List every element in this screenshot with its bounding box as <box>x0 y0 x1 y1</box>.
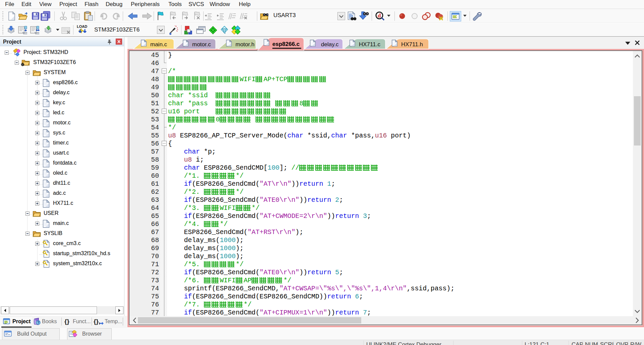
svg-text:HX711.h: HX711.h <box>401 41 423 48</box>
svg-text:?: ? <box>38 321 40 325</box>
svg-text:LOAD: LOAD <box>77 24 87 28</box>
svg-text:d: d <box>378 12 381 19</box>
svg-text:HX711.c: HX711.c <box>359 41 380 48</box>
svg-text:motor.h: motor.h <box>235 41 255 48</box>
svg-text:delay.c: delay.c <box>321 41 339 48</box>
svg-text:main.c: main.c <box>150 41 167 48</box>
svg-text:esp8266.c: esp8266.c <box>272 41 300 47</box>
svg-text:motor.c: motor.c <box>192 41 211 48</box>
